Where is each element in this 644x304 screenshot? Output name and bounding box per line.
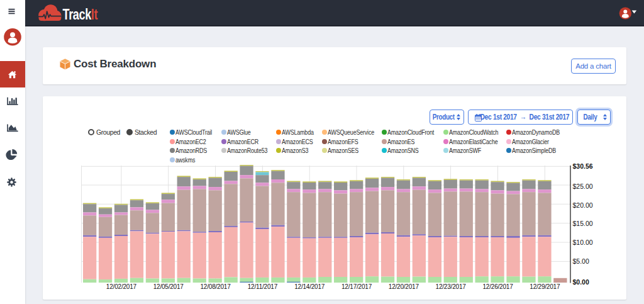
svg-text:12/02/2017: 12/02/2017 (106, 283, 137, 290)
svg-text:TrackIt: TrackIt (63, 6, 98, 23)
svg-text:12/08/2017: 12/08/2017 (200, 283, 231, 290)
svg-text:$25.00: $25.00 (573, 183, 593, 190)
svg-text:12/29/2017: 12/29/2017 (530, 283, 560, 290)
svg-text:12/17/2017: 12/17/2017 (341, 283, 372, 290)
svg-text:$5.00: $5.00 (573, 257, 589, 265)
svg-text:12/26/2017: 12/26/2017 (482, 283, 513, 290)
svg-text:12/20/2017: 12/20/2017 (389, 283, 419, 290)
svg-text:$15.00: $15.00 (573, 220, 593, 227)
svg-text:12/11/2017: 12/11/2017 (248, 283, 278, 290)
svg-text:$20.00: $20.00 (573, 201, 593, 209)
svg-text:$30.56: $30.56 (573, 162, 593, 170)
svg-text:12/23/2017: 12/23/2017 (436, 283, 467, 290)
svg-text:12/05/2017: 12/05/2017 (153, 283, 184, 290)
svg-text:$10.00: $10.00 (573, 239, 593, 246)
svg-text:$0.00: $0.00 (573, 278, 589, 286)
svg-text:12/14/2017: 12/14/2017 (294, 283, 325, 290)
